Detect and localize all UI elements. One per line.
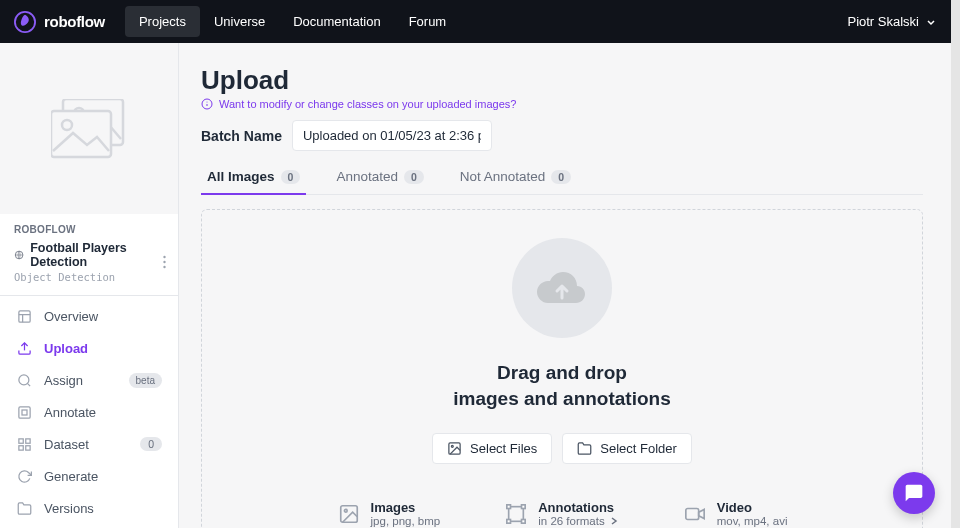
tab-count: 0 — [404, 170, 424, 184]
video-icon — [683, 503, 707, 525]
image-icon — [337, 503, 361, 525]
project-menu-button[interactable] — [163, 255, 166, 273]
top-nav: Projects Universe Documentation Forum — [125, 6, 460, 37]
batch-name-input[interactable] — [292, 120, 492, 151]
tab-annotated[interactable]: Annotated 0 — [330, 169, 429, 194]
svg-rect-20 — [25, 445, 29, 449]
svg-marker-34 — [698, 509, 704, 518]
workspace-label: ROBOFLOW — [14, 224, 164, 235]
overview-icon — [16, 308, 32, 324]
svg-point-25 — [451, 446, 453, 448]
page-title: Upload — [201, 65, 923, 96]
generate-icon — [16, 468, 32, 484]
upload-tabs: All Images 0 Annotated 0 Not Annotated 0 — [201, 169, 923, 195]
svg-rect-3 — [51, 111, 111, 157]
chevron-right-icon — [609, 516, 619, 526]
project-thumbnail — [0, 43, 178, 214]
format-video: Video mov, mp4, avi — [683, 500, 788, 527]
assign-icon — [16, 372, 32, 388]
sidebar-item-label: Versions — [44, 501, 94, 516]
select-folder-button[interactable]: Select Folder — [562, 433, 692, 464]
brand-text: roboflow — [44, 13, 105, 30]
tab-label: Annotated — [336, 169, 398, 184]
file-icon — [447, 441, 462, 456]
svg-rect-33 — [686, 508, 699, 519]
chat-icon — [904, 483, 924, 503]
dropzone-text: Drag and drop images and annotations — [453, 360, 670, 411]
tab-label: All Images — [207, 169, 275, 184]
format-annotations[interactable]: Annotations in 26 formats — [504, 500, 618, 527]
select-files-button[interactable]: Select Files — [432, 433, 552, 464]
cloud-upload-icon — [512, 238, 612, 338]
nav-universe[interactable]: Universe — [200, 6, 279, 37]
format-images: Images jpg, png, bmp — [337, 500, 441, 527]
tab-all-images[interactable]: All Images 0 — [201, 169, 306, 194]
svg-rect-9 — [18, 310, 29, 321]
sidebar-item-generate[interactable]: Generate — [6, 460, 172, 492]
image-placeholder-icon — [51, 99, 127, 159]
user-menu[interactable]: Piotr Skalski — [847, 14, 937, 29]
project-name: Football Players Detection — [30, 241, 164, 269]
dataset-icon — [16, 436, 32, 452]
tab-not-annotated[interactable]: Not Annotated 0 — [454, 169, 577, 194]
nav-projects[interactable]: Projects — [125, 6, 200, 37]
workspace-section: ROBOFLOW Football Players Detection Obje… — [0, 214, 178, 283]
beta-badge: beta — [129, 373, 162, 388]
hint-link[interactable]: Want to modify or change classes on your… — [201, 98, 923, 110]
svg-point-23 — [207, 102, 208, 103]
tab-count: 0 — [281, 170, 301, 184]
tab-count: 0 — [551, 170, 571, 184]
svg-rect-16 — [22, 410, 27, 415]
svg-rect-32 — [522, 519, 526, 523]
sidebar-item-label: Overview — [44, 309, 98, 324]
user-name: Piotr Skalski — [847, 14, 919, 29]
sidebar-item-versions[interactable]: Versions — [6, 492, 172, 524]
chevron-down-icon — [925, 16, 937, 28]
sidebar-item-label: Assign — [44, 373, 83, 388]
svg-rect-18 — [25, 438, 29, 442]
svg-point-7 — [163, 261, 165, 263]
sidebar-item-upload[interactable]: Upload — [6, 332, 172, 364]
annotate-icon — [16, 404, 32, 420]
project-row[interactable]: Football Players Detection — [14, 241, 164, 269]
sidebar-item-label: Upload — [44, 341, 88, 356]
chat-fab[interactable] — [893, 472, 935, 514]
nav-documentation[interactable]: Documentation — [279, 6, 394, 37]
sidebar-item-label: Annotate — [44, 405, 96, 420]
svg-rect-17 — [18, 438, 22, 442]
svg-point-27 — [344, 509, 347, 512]
batch-name-label: Batch Name — [201, 128, 282, 144]
hint-text: Want to modify or change classes on your… — [219, 98, 516, 110]
scrollbar-track[interactable] — [951, 43, 960, 528]
brand-logo[interactable]: roboflow — [14, 11, 105, 33]
info-icon — [201, 98, 213, 110]
svg-rect-29 — [507, 505, 511, 509]
topbar: roboflow Projects Universe Documentation… — [0, 0, 960, 43]
svg-point-13 — [18, 374, 28, 384]
svg-point-8 — [163, 266, 165, 268]
sidebar-item-annotate[interactable]: Annotate — [6, 396, 172, 428]
svg-rect-30 — [522, 505, 526, 509]
folder-icon — [577, 441, 592, 456]
sidebar-item-assign[interactable]: Assign beta — [6, 364, 172, 396]
tab-label: Not Annotated — [460, 169, 546, 184]
svg-rect-31 — [507, 519, 511, 523]
batch-row: Batch Name — [201, 120, 923, 151]
sidebar: ROBOFLOW Football Players Detection Obje… — [0, 43, 179, 528]
sidebar-item-overview[interactable]: Overview — [6, 300, 172, 332]
svg-point-6 — [163, 256, 165, 258]
bounding-box-icon — [504, 503, 528, 525]
dropzone-buttons: Select Files Select Folder — [432, 433, 692, 464]
dropzone[interactable]: Drag and drop images and annotations Sel… — [201, 209, 923, 528]
supported-formats: Images jpg, png, bmp Annotations in 26 f… — [337, 500, 788, 527]
roboflow-icon — [14, 11, 36, 33]
svg-rect-15 — [18, 406, 29, 417]
main-content: Upload Want to modify or change classes … — [179, 43, 951, 528]
svg-line-14 — [27, 383, 30, 386]
nav-forum[interactable]: Forum — [395, 6, 461, 37]
sidebar-item-dataset[interactable]: Dataset 0 — [6, 428, 172, 460]
sidebar-item-label: Dataset — [44, 437, 89, 452]
globe-icon — [14, 249, 24, 261]
upload-icon — [16, 340, 32, 356]
side-nav: Overview Upload Assign beta Annotate Dat… — [0, 296, 178, 528]
